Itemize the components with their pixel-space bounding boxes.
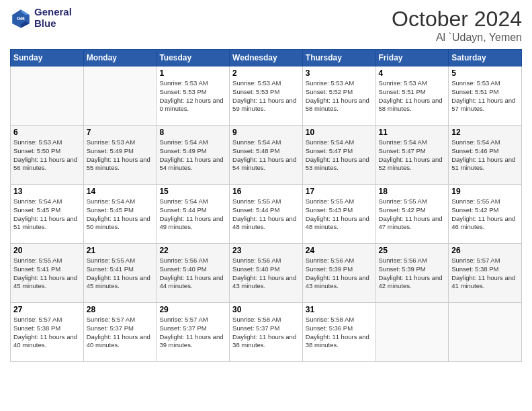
page: GB General Blue October 2024 Al `Udayn, … bbox=[0, 0, 532, 411]
day-cell: 10Sunrise: 5:54 AMSunset: 5:47 PMDayligh… bbox=[302, 126, 375, 185]
day-info: Sunrise: 5:57 AMSunset: 5:37 PMDaylight:… bbox=[87, 316, 154, 350]
day-cell: 29Sunrise: 5:57 AMSunset: 5:37 PMDayligh… bbox=[157, 303, 230, 362]
day-info: Sunrise: 5:54 AMSunset: 5:45 PMDaylight:… bbox=[13, 197, 81, 232]
day-info: Sunrise: 5:53 AMSunset: 5:51 PMDaylight:… bbox=[451, 79, 519, 113]
weekday-header-row: SundayMondayTuesdayWednesdayThursdayFrid… bbox=[11, 50, 522, 66]
day-cell: 3Sunrise: 5:53 AMSunset: 5:52 PMDaylight… bbox=[302, 66, 375, 126]
day-info: Sunrise: 5:54 AMSunset: 5:46 PMDaylight:… bbox=[451, 138, 519, 173]
weekday-header-wednesday: Wednesday bbox=[230, 50, 303, 66]
day-info: Sunrise: 5:56 AMSunset: 5:40 PMDaylight:… bbox=[232, 257, 300, 291]
week-row-2: 13Sunrise: 5:54 AMSunset: 5:45 PMDayligh… bbox=[11, 185, 522, 244]
day-number: 30 bbox=[232, 305, 300, 314]
logo-text: General Blue bbox=[34, 7, 72, 29]
day-number: 13 bbox=[13, 187, 81, 196]
day-number: 16 bbox=[232, 187, 300, 196]
day-cell: 9Sunrise: 5:54 AMSunset: 5:48 PMDaylight… bbox=[230, 126, 303, 185]
day-cell: 5Sunrise: 5:53 AMSunset: 5:51 PMDaylight… bbox=[449, 66, 522, 126]
day-number: 28 bbox=[87, 305, 154, 314]
day-cell: 17Sunrise: 5:55 AMSunset: 5:43 PMDayligh… bbox=[302, 185, 375, 244]
day-number: 10 bbox=[306, 128, 373, 137]
weekday-header-friday: Friday bbox=[375, 50, 449, 66]
day-info: Sunrise: 5:53 AMSunset: 5:49 PMDaylight:… bbox=[87, 138, 154, 173]
day-info: Sunrise: 5:55 AMSunset: 5:41 PMDaylight:… bbox=[87, 257, 154, 291]
day-info: Sunrise: 5:57 AMSunset: 5:37 PMDaylight:… bbox=[159, 316, 226, 350]
day-info: Sunrise: 5:55 AMSunset: 5:42 PMDaylight:… bbox=[451, 197, 519, 232]
weekday-header-monday: Monday bbox=[83, 50, 157, 66]
day-cell: 11Sunrise: 5:54 AMSunset: 5:47 PMDayligh… bbox=[375, 126, 449, 185]
day-number: 29 bbox=[159, 305, 226, 314]
day-number: 6 bbox=[13, 128, 81, 137]
day-info: Sunrise: 5:54 AMSunset: 5:44 PMDaylight:… bbox=[159, 197, 226, 232]
day-cell: 24Sunrise: 5:56 AMSunset: 5:39 PMDayligh… bbox=[302, 244, 375, 303]
day-cell bbox=[11, 66, 84, 126]
day-cell: 26Sunrise: 5:57 AMSunset: 5:38 PMDayligh… bbox=[449, 244, 522, 303]
day-number: 11 bbox=[379, 128, 446, 137]
week-row-4: 27Sunrise: 5:57 AMSunset: 5:38 PMDayligh… bbox=[11, 303, 522, 362]
day-number: 25 bbox=[379, 246, 446, 255]
day-cell: 1Sunrise: 5:53 AMSunset: 5:53 PMDaylight… bbox=[157, 66, 230, 126]
day-info: Sunrise: 5:53 AMSunset: 5:52 PMDaylight:… bbox=[306, 79, 373, 113]
day-number: 21 bbox=[87, 246, 154, 255]
day-number: 12 bbox=[451, 128, 519, 137]
day-cell: 21Sunrise: 5:55 AMSunset: 5:41 PMDayligh… bbox=[83, 244, 157, 303]
day-number: 2 bbox=[232, 68, 300, 78]
day-info: Sunrise: 5:55 AMSunset: 5:44 PMDaylight:… bbox=[232, 197, 300, 232]
day-cell: 13Sunrise: 5:54 AMSunset: 5:45 PMDayligh… bbox=[11, 185, 84, 244]
day-number: 14 bbox=[87, 187, 154, 196]
day-info: Sunrise: 5:57 AMSunset: 5:38 PMDaylight:… bbox=[13, 316, 81, 350]
day-cell bbox=[375, 303, 449, 362]
day-info: Sunrise: 5:57 AMSunset: 5:38 PMDaylight:… bbox=[451, 257, 519, 291]
day-info: Sunrise: 5:55 AMSunset: 5:41 PMDaylight:… bbox=[13, 257, 81, 291]
day-number: 20 bbox=[13, 246, 81, 255]
day-number: 22 bbox=[159, 246, 226, 255]
weekday-header-saturday: Saturday bbox=[449, 50, 522, 66]
header: GB General Blue October 2024 Al `Udayn, … bbox=[10, 7, 522, 44]
day-info: Sunrise: 5:53 AMSunset: 5:53 PMDaylight:… bbox=[232, 79, 300, 113]
svg-text:GB: GB bbox=[17, 15, 25, 21]
day-cell: 27Sunrise: 5:57 AMSunset: 5:38 PMDayligh… bbox=[11, 303, 84, 362]
day-number: 15 bbox=[159, 187, 226, 196]
day-cell: 7Sunrise: 5:53 AMSunset: 5:49 PMDaylight… bbox=[83, 126, 157, 185]
day-info: Sunrise: 5:56 AMSunset: 5:40 PMDaylight:… bbox=[159, 257, 226, 291]
weekday-header-tuesday: Tuesday bbox=[157, 50, 230, 66]
day-number: 17 bbox=[306, 187, 373, 196]
day-number: 8 bbox=[159, 128, 226, 137]
day-info: Sunrise: 5:54 AMSunset: 5:47 PMDaylight:… bbox=[379, 138, 446, 173]
day-number: 26 bbox=[451, 246, 519, 255]
day-cell: 4Sunrise: 5:53 AMSunset: 5:51 PMDaylight… bbox=[375, 66, 449, 126]
day-cell bbox=[449, 303, 522, 362]
location-title: Al `Udayn, Yemen bbox=[392, 32, 522, 44]
day-cell: 18Sunrise: 5:55 AMSunset: 5:42 PMDayligh… bbox=[375, 185, 449, 244]
weekday-header-sunday: Sunday bbox=[11, 50, 84, 66]
day-number: 18 bbox=[379, 187, 446, 196]
day-info: Sunrise: 5:55 AMSunset: 5:43 PMDaylight:… bbox=[306, 197, 373, 232]
day-number: 7 bbox=[87, 128, 154, 137]
day-number: 5 bbox=[451, 68, 519, 78]
day-info: Sunrise: 5:58 AMSunset: 5:36 PMDaylight:… bbox=[306, 316, 373, 350]
logo-icon: GB bbox=[10, 7, 32, 29]
day-info: Sunrise: 5:56 AMSunset: 5:39 PMDaylight:… bbox=[306, 257, 373, 291]
day-info: Sunrise: 5:54 AMSunset: 5:47 PMDaylight:… bbox=[306, 138, 373, 173]
day-cell: 22Sunrise: 5:56 AMSunset: 5:40 PMDayligh… bbox=[157, 244, 230, 303]
day-number: 27 bbox=[13, 305, 81, 314]
day-cell: 8Sunrise: 5:54 AMSunset: 5:49 PMDaylight… bbox=[157, 126, 230, 185]
day-info: Sunrise: 5:54 AMSunset: 5:48 PMDaylight:… bbox=[232, 138, 300, 173]
logo: GB General Blue bbox=[10, 7, 72, 29]
day-info: Sunrise: 5:53 AMSunset: 5:51 PMDaylight:… bbox=[379, 79, 446, 113]
week-row-3: 20Sunrise: 5:55 AMSunset: 5:41 PMDayligh… bbox=[11, 244, 522, 303]
day-cell: 15Sunrise: 5:54 AMSunset: 5:44 PMDayligh… bbox=[157, 185, 230, 244]
day-cell: 23Sunrise: 5:56 AMSunset: 5:40 PMDayligh… bbox=[230, 244, 303, 303]
day-cell: 16Sunrise: 5:55 AMSunset: 5:44 PMDayligh… bbox=[230, 185, 303, 244]
day-number: 23 bbox=[232, 246, 300, 255]
day-cell: 14Sunrise: 5:54 AMSunset: 5:45 PMDayligh… bbox=[83, 185, 157, 244]
day-number: 3 bbox=[306, 68, 373, 78]
day-cell: 31Sunrise: 5:58 AMSunset: 5:36 PMDayligh… bbox=[302, 303, 375, 362]
day-info: Sunrise: 5:54 AMSunset: 5:49 PMDaylight:… bbox=[159, 138, 226, 173]
day-cell: 25Sunrise: 5:56 AMSunset: 5:39 PMDayligh… bbox=[375, 244, 449, 303]
day-cell: 6Sunrise: 5:53 AMSunset: 5:50 PMDaylight… bbox=[11, 126, 84, 185]
day-cell: 19Sunrise: 5:55 AMSunset: 5:42 PMDayligh… bbox=[449, 185, 522, 244]
day-number: 31 bbox=[306, 305, 373, 314]
day-info: Sunrise: 5:53 AMSunset: 5:50 PMDaylight:… bbox=[13, 138, 81, 173]
day-info: Sunrise: 5:58 AMSunset: 5:37 PMDaylight:… bbox=[232, 316, 300, 350]
day-number: 1 bbox=[159, 68, 226, 78]
